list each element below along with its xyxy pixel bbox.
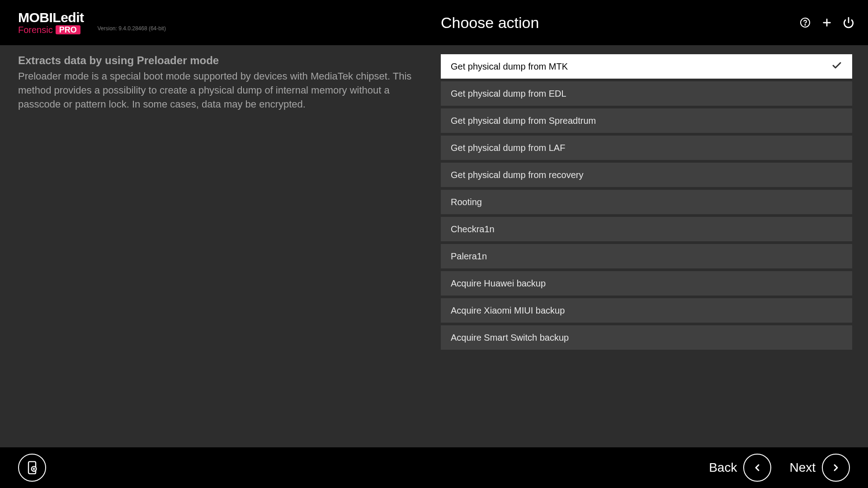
logo-section: MOBILedit Forensic PRO Version: 9.4.0.28… xyxy=(18,11,166,34)
action-item[interactable]: Checkra1n xyxy=(441,217,852,241)
logo-subtitle: Forensic PRO xyxy=(18,25,84,34)
logo-forensic-text: Forensic xyxy=(18,25,53,34)
help-icon[interactable] xyxy=(799,17,811,28)
action-item[interactable]: Acquire Smart Switch backup xyxy=(441,325,852,350)
back-chevron-icon xyxy=(743,454,771,482)
description-title: Extracts data by using Preloader mode xyxy=(18,54,420,67)
logo-pro-badge: PRO xyxy=(56,25,80,34)
add-icon[interactable] xyxy=(821,17,833,28)
next-button[interactable]: Next xyxy=(789,454,850,482)
action-item[interactable]: Get physical dump from recovery xyxy=(441,163,852,187)
action-item-label: Acquire Huawei backup xyxy=(451,278,546,289)
description-panel: Extracts data by using Preloader mode Pr… xyxy=(0,54,439,447)
footer: Back Next xyxy=(0,447,868,488)
back-button[interactable]: Back xyxy=(709,454,771,482)
action-item-label: Acquire Smart Switch backup xyxy=(451,333,569,343)
logo-main-text: MOBILedit xyxy=(18,11,84,24)
action-item-label: Checkra1n xyxy=(451,224,495,235)
back-label: Back xyxy=(709,460,737,475)
action-item-label: Get physical dump from recovery xyxy=(451,170,583,180)
action-item[interactable]: Acquire Huawei backup xyxy=(441,271,852,296)
description-text: Preloader mode is a special boot mode su… xyxy=(18,70,420,111)
action-item-label: Get physical dump from MTK xyxy=(451,61,568,72)
action-item-label: Acquire Xiaomi MIUI backup xyxy=(451,305,565,316)
next-chevron-icon xyxy=(822,454,850,482)
action-item[interactable]: Get physical dump from MTK xyxy=(441,54,852,79)
app-logo: MOBILedit Forensic PRO xyxy=(18,11,84,34)
action-item-label: Rooting xyxy=(451,197,482,207)
header-icons xyxy=(799,17,854,28)
add-device-button[interactable] xyxy=(18,454,46,482)
action-item-label: Get physical dump from LAF xyxy=(451,143,565,153)
action-item[interactable]: Rooting xyxy=(441,190,852,214)
version-label: Version: 9.4.0.28468 (64-bit) xyxy=(98,25,166,32)
svg-point-1 xyxy=(805,24,806,25)
action-item-label: Get physical dump from Spreadtrum xyxy=(451,116,596,126)
header: MOBILedit Forensic PRO Version: 9.4.0.28… xyxy=(0,0,868,45)
content-area: Extracts data by using Preloader mode Pr… xyxy=(0,45,868,447)
action-panel: Get physical dump from MTKGet physical d… xyxy=(439,54,868,447)
next-label: Next xyxy=(789,460,816,475)
action-item[interactable]: Get physical dump from Spreadtrum xyxy=(441,108,852,133)
action-item-label: Get physical dump from EDL xyxy=(451,89,566,99)
page-title: Choose action xyxy=(441,14,539,32)
nav-buttons: Back Next xyxy=(709,454,850,482)
action-item[interactable]: Get physical dump from LAF xyxy=(441,136,852,160)
action-item[interactable]: Get physical dump from EDL xyxy=(441,81,852,106)
action-item[interactable]: Acquire Xiaomi MIUI backup xyxy=(441,298,852,323)
check-icon xyxy=(831,60,842,73)
action-item-label: Palera1n xyxy=(451,251,487,262)
power-icon[interactable] xyxy=(843,17,854,28)
action-list: Get physical dump from MTKGet physical d… xyxy=(441,54,852,350)
action-item[interactable]: Palera1n xyxy=(441,244,852,268)
